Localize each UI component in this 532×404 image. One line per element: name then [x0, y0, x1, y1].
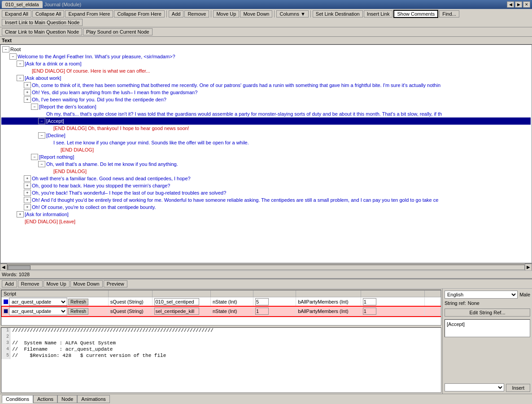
close-button[interactable]: ✕	[523, 1, 530, 8]
tree-row[interactable]: + Oh! Yes, did you learn anything from t…	[1, 89, 531, 96]
tree-row[interactable]: [END DIALOG] Oh, thankyou! I hope to hea…	[1, 125, 531, 132]
tree-row[interactable]: [END DIALOG] [Leave]	[1, 218, 531, 225]
tab-node[interactable]: Node	[57, 395, 77, 403]
script-cell-param2val[interactable]	[253, 297, 296, 307]
move-down-script-button[interactable]: Move Down	[70, 280, 103, 287]
code-area[interactable]: 1 //////////////////////////////////////…	[1, 327, 441, 393]
tree-row[interactable]: + Oh! And I'd thought you'd be entirely …	[1, 196, 531, 204]
refresh-button-2[interactable]: Refresh	[68, 308, 88, 315]
tree-expander[interactable]: +	[17, 211, 24, 217]
tree-expander[interactable]: +	[24, 182, 31, 189]
script-cell-action[interactable]: acr_quest_update Refresh	[2, 297, 109, 307]
tree-row[interactable]: − Welcome to the Angel Feather Inn. What…	[1, 53, 531, 60]
script-table-area[interactable]: Script	[1, 290, 441, 326]
script-cell-param2val-2[interactable]	[253, 307, 296, 316]
add-script-button[interactable]: Add	[2, 280, 17, 287]
tree-row[interactable]: + Oh, I've been waiting for you. Did you…	[1, 96, 531, 103]
tree-expander[interactable]: +	[24, 96, 31, 103]
tree-expander[interactable]: +	[24, 175, 31, 182]
tree-row[interactable]: [END DIALOG] Of course. Here is what we …	[1, 67, 531, 74]
expand-from-here-button[interactable]: Expand From Here	[65, 10, 113, 17]
tab-actions[interactable]: Actions	[33, 395, 57, 403]
title-tab-1[interactable]: 010_sel_eldata	[2, 1, 43, 8]
tree-row[interactable]: Oh my, that's... that's quite close isn'…	[1, 110, 531, 117]
tree-row[interactable]: [END DIALOG]	[1, 168, 531, 175]
insert-link-main-button[interactable]: Insert Link to Main Question Node	[2, 19, 83, 26]
tree-row[interactable]: − [Report nothing]	[1, 153, 531, 161]
script-action-select[interactable]: acr_quest_update	[9, 298, 67, 306]
tree-area[interactable]: − Root − Welcome to the Angel Feather In…	[0, 44, 532, 263]
tree-expander[interactable]: −	[38, 118, 45, 124]
script-cell-param3val-2[interactable]	[361, 307, 425, 316]
script-action-select-2[interactable]: acr_quest_update	[9, 307, 67, 315]
tree-row[interactable]: + Oh, you're back! That's wonderful– I h…	[1, 189, 531, 196]
scroll-left-button[interactable]: ◀	[0, 264, 7, 271]
tree-expander[interactable]: −	[38, 161, 45, 167]
tree-row-selected[interactable]: − [Accept]	[1, 117, 531, 125]
tree-expander[interactable]: +	[24, 89, 31, 96]
tree-expander[interactable]: −	[31, 154, 38, 160]
insert-button[interactable]: Insert	[506, 384, 530, 392]
script-cell-action[interactable]: acr_quest_update Refresh	[2, 307, 109, 316]
tree-expander[interactable]: +	[24, 204, 31, 210]
script-param3-input[interactable]	[363, 298, 376, 305]
script-param1-input-2[interactable]	[154, 308, 199, 315]
tree-expander[interactable]: −	[31, 104, 38, 110]
tree-row[interactable]: I see. Let me know if you change your mi…	[1, 139, 531, 146]
tree-expander[interactable]: −	[17, 61, 24, 67]
edit-string-ref-button[interactable]: Edit String Ref...	[445, 308, 530, 317]
insert-link-button[interactable]: Insert Link	[364, 10, 393, 17]
tree-expander[interactable]: +	[24, 190, 31, 196]
play-sound-button[interactable]: Play Sound on Current Node	[83, 28, 153, 35]
tree-row[interactable]: + Oh, good to hear back. Have you stoppe…	[1, 182, 531, 189]
columns-button[interactable]: Columns ▼	[276, 10, 308, 17]
script-param2-input-2[interactable]	[255, 308, 269, 315]
set-link-dest-button[interactable]: Set Link Destination	[313, 10, 363, 17]
preview-button[interactable]: Preview	[104, 280, 127, 287]
script-param2-input[interactable]	[255, 298, 269, 305]
remove-script-button[interactable]: Remove	[18, 280, 43, 287]
tree-expander[interactable]: −	[17, 75, 24, 81]
script-cell-param1val[interactable]	[153, 297, 211, 307]
script-cell-param3val[interactable]	[361, 297, 425, 307]
refresh-button-1[interactable]: Refresh	[68, 299, 88, 305]
remove-button[interactable]: Remove	[184, 10, 209, 17]
minimize-button[interactable]: ◀	[507, 1, 514, 8]
collapse-all-button[interactable]: Collapse All	[32, 10, 64, 17]
tree-expander[interactable]: +	[24, 82, 31, 88]
script-cell-param1val-2[interactable]	[153, 307, 211, 316]
tree-expander[interactable]: +	[24, 197, 31, 203]
clear-link-button[interactable]: Clear Link to Main Question Node	[2, 28, 82, 35]
tab-conditions[interactable]: Conditions	[2, 395, 33, 403]
tree-row[interactable]: − [Report the den's location]	[1, 103, 531, 110]
tree-row[interactable]: − [Decline]	[1, 132, 531, 139]
find-button[interactable]: Find...	[439, 10, 459, 17]
scroll-track[interactable]	[7, 265, 525, 270]
tree-row[interactable]: − [Ask for a drink or a room]	[1, 60, 531, 67]
language-select[interactable]: English	[445, 291, 518, 299]
script-param3-input-3[interactable]	[363, 308, 376, 315]
move-down-button[interactable]: Move Down	[240, 10, 272, 17]
tree-row[interactable]: − [Ask about work]	[1, 74, 531, 82]
scroll-right-button[interactable]: ▶	[525, 264, 532, 271]
tree-row[interactable]: + Oh! Of course, you're to collect on th…	[1, 204, 531, 211]
maximize-button[interactable]: ▶	[515, 1, 522, 8]
tree-expander[interactable]: −	[2, 46, 9, 52]
tree-row[interactable]: − Root	[1, 46, 531, 53]
show-comments-button[interactable]: Show Comments	[393, 10, 438, 18]
tree-row[interactable]: − Oh, well that's a shame. Do let me kno…	[1, 161, 531, 168]
tree-row[interactable]: + Oh, come to think of it, there has bee…	[1, 82, 531, 89]
scroll-thumb[interactable]	[8, 265, 31, 270]
tree-expander[interactable]: −	[9, 53, 17, 60]
tree-row[interactable]: + [Ask for information]	[1, 211, 531, 218]
tree-expander[interactable]: −	[38, 132, 45, 139]
move-up-button[interactable]: Move Up	[213, 10, 239, 17]
script-param1-input[interactable]	[154, 298, 199, 305]
title-tab-2[interactable]: Journal (Module)	[44, 2, 82, 7]
collapse-from-here-button[interactable]: Collapse From Here	[114, 10, 164, 17]
horizontal-scrollbar[interactable]: ◀ ▶	[0, 263, 532, 270]
move-up-script-button[interactable]: Move Up	[44, 280, 70, 287]
tab-animations[interactable]: Animations	[77, 395, 109, 403]
expand-all-button[interactable]: Expand All	[2, 10, 31, 17]
tree-row[interactable]: + Oh well there's a familiar face. Good …	[1, 175, 531, 182]
